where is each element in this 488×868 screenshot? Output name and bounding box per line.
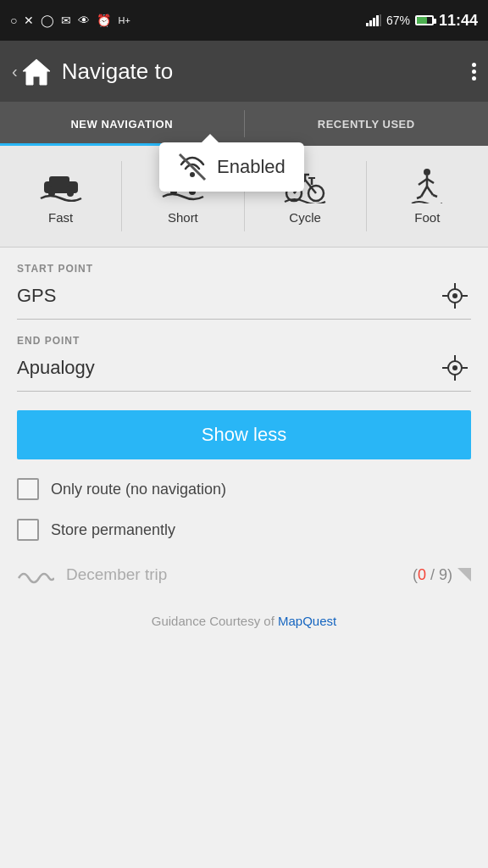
only-route-row: Only route (no navigation) (17, 478, 471, 500)
svg-line-29 (417, 197, 421, 198)
svg-line-25 (419, 179, 427, 185)
trip-separator: / (430, 566, 439, 583)
end-point-label: END POINT (17, 335, 471, 347)
end-point-row: Apualogy (17, 352, 471, 392)
x-icon: ✕ (24, 14, 34, 27)
svg-line-30 (433, 195, 437, 197)
route-type-foot[interactable]: Foot (366, 161, 488, 231)
foot-route-icon (405, 168, 449, 203)
pocket-icon: ◯ (41, 14, 54, 27)
svg-point-44 (190, 172, 195, 177)
page-title: Navigate to (62, 58, 472, 85)
svg-rect-3 (376, 15, 379, 26)
crosshair-icon (441, 281, 469, 310)
trip-current: 0 (418, 566, 426, 583)
trip-section: December trip (0 / 9) (17, 565, 471, 593)
start-point-label: START POINT (17, 263, 471, 275)
app-bar: ‹ Navigate to (0, 41, 488, 102)
hplus-icon: H+ (118, 15, 130, 25)
svg-point-38 (452, 365, 458, 370)
end-point-value[interactable]: Apualogy (17, 357, 439, 379)
circle-icon: ○ (10, 14, 17, 27)
store-permanently-row: Store permanently (17, 519, 471, 541)
foot-route-label: Foot (414, 210, 440, 225)
cycle-route-label: Cycle (289, 210, 321, 225)
svg-rect-4 (380, 14, 381, 26)
mail-icon: ✉ (61, 14, 71, 27)
signal-bars-icon (366, 14, 381, 26)
battery-icon (415, 15, 434, 25)
footer: Guidance Courtesy of MapQuest (17, 614, 471, 628)
status-icons-right: 67% 11:44 (366, 12, 478, 30)
status-icons-left: ○ ✕ ◯ ✉ 👁 ⏰ H+ (10, 14, 130, 27)
start-point-section: START POINT GPS (17, 248, 471, 320)
enabled-popup: Enabled (159, 142, 304, 192)
wifi-signal-icon (178, 153, 207, 181)
svg-point-23 (424, 169, 430, 175)
svg-point-8 (48, 190, 55, 197)
trip-total: 9 (439, 566, 447, 583)
alarm-icon: ⏰ (97, 14, 111, 27)
status-time: 11:44 (439, 12, 478, 30)
svg-line-28 (427, 186, 433, 195)
eye-icon: 👁 (78, 14, 90, 27)
show-less-button[interactable]: Show less (17, 410, 471, 459)
start-point-gps-button[interactable] (439, 280, 471, 312)
svg-marker-43 (458, 568, 471, 581)
only-route-checkbox[interactable] (17, 478, 39, 500)
end-point-section: END POINT Apualogy (17, 320, 471, 392)
wave-icon (17, 565, 54, 585)
svg-point-9 (67, 190, 74, 197)
main-content: START POINT GPS END POINT Apualogy (0, 248, 488, 628)
tab-recently-used[interactable]: RECENTLY USED (245, 102, 489, 146)
svg-marker-5 (23, 59, 50, 85)
svg-point-32 (452, 293, 458, 298)
trip-counter: (0 / 9) (413, 566, 452, 584)
crosshair-icon-end (441, 353, 469, 382)
chevron-left-icon: ‹ (12, 62, 18, 81)
svg-rect-2 (373, 18, 375, 26)
back-home-button[interactable]: ‹ (12, 56, 52, 86)
svg-rect-1 (369, 20, 372, 26)
end-point-gps-button[interactable] (439, 352, 471, 384)
more-options-button[interactable] (472, 63, 476, 81)
footer-text: Guidance Courtesy of (152, 614, 278, 628)
trip-name[interactable]: December trip (66, 565, 413, 584)
store-permanently-label: Store permanently (51, 521, 175, 539)
svg-line-27 (421, 186, 427, 197)
home-icon (21, 56, 52, 86)
store-permanently-checkbox[interactable] (17, 519, 39, 541)
short-route-label: Short (168, 210, 198, 225)
start-point-value[interactable]: GPS (17, 285, 439, 307)
tabs-bar: NEW NAVIGATION RECENTLY USED (0, 102, 488, 146)
enabled-label: Enabled (217, 156, 286, 178)
mapquest-link[interactable]: MapQuest (278, 614, 336, 628)
svg-rect-0 (366, 23, 369, 26)
only-route-label: Only route (no navigation) (51, 481, 226, 498)
battery-percent: 67% (386, 14, 410, 27)
fast-route-icon (39, 168, 83, 203)
expand-triangle-icon (458, 568, 471, 581)
status-bar: ○ ✕ ◯ ✉ 👁 ⏰ H+ 67% 11:44 (0, 0, 488, 41)
fast-route-label: Fast (48, 210, 73, 225)
svg-rect-7 (49, 176, 69, 186)
start-point-row: GPS (17, 280, 471, 320)
route-type-fast[interactable]: Fast (0, 161, 121, 231)
